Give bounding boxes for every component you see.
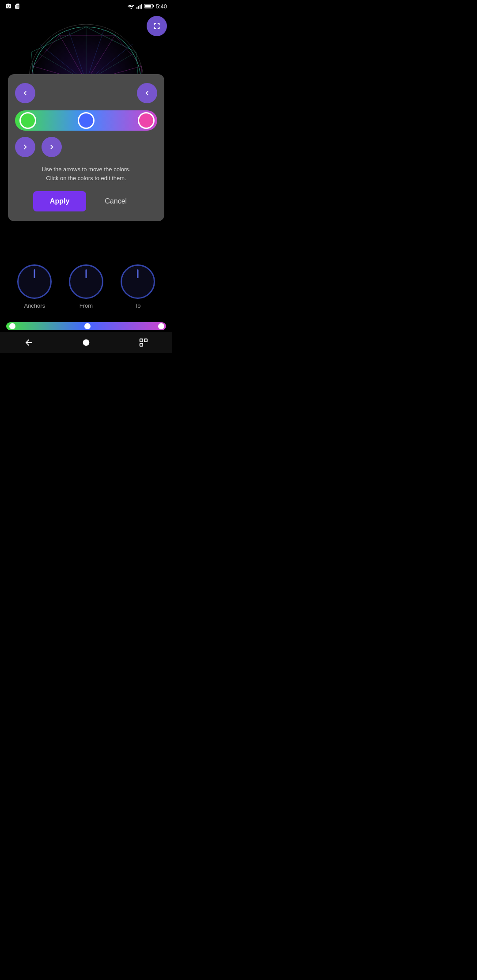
cancel-button[interactable]: Cancel (92, 191, 139, 211)
bottom-thumb-3[interactable] (158, 323, 164, 329)
color-arrows-row (15, 137, 157, 157)
svg-rect-7 (145, 5, 151, 8)
arrow-button-center[interactable] (42, 137, 62, 157)
nav-home-icon (81, 338, 91, 347)
status-bar: 5:40 (0, 0, 172, 12)
modal-dialog: Use the arrows to move the colors. Click… (8, 74, 164, 221)
bottom-controls: Anchors From To (0, 264, 172, 309)
fullscreen-button[interactable] (147, 16, 167, 36)
nav-recents-icon (139, 338, 148, 347)
svg-point-39 (83, 339, 90, 346)
svg-rect-42 (140, 343, 143, 346)
svg-rect-3 (138, 6, 139, 9)
to-label: To (135, 302, 141, 309)
slider-thumb-pink[interactable] (138, 112, 155, 129)
anchors-label: Anchors (24, 302, 45, 309)
slider-thumb-blue[interactable] (78, 112, 95, 129)
to-knob-indicator (137, 269, 138, 278)
bottom-thumb-2[interactable] (84, 323, 91, 329)
signal-icon (136, 4, 143, 9)
svg-rect-8 (153, 5, 154, 7)
to-knob[interactable] (121, 264, 155, 299)
wifi-icon (128, 4, 135, 9)
camera-icon (5, 3, 11, 9)
nav-back-icon (24, 338, 34, 347)
bottom-thumb-1[interactable] (9, 323, 15, 329)
nav-recents-button[interactable] (135, 334, 152, 351)
color-gradient-track[interactable] (15, 110, 157, 131)
svg-point-0 (8, 5, 10, 8)
fullscreen-icon (152, 21, 162, 31)
anchors-knob-indicator (34, 269, 35, 278)
arrow-button-left[interactable] (15, 137, 35, 157)
nav-back-button[interactable] (20, 334, 37, 351)
modal-back-button[interactable] (137, 83, 157, 103)
apply-button[interactable]: Apply (33, 191, 86, 211)
from-label: From (80, 302, 93, 309)
status-bar-left-icons (5, 3, 20, 9)
instruction-line-1: Use the arrows to move the colors. (15, 165, 157, 174)
svg-rect-41 (144, 339, 147, 342)
slider-thumb-green[interactable] (19, 112, 36, 129)
from-knob-item: From (69, 264, 103, 309)
status-bar-right: 5:40 (128, 3, 167, 10)
svg-rect-4 (140, 5, 140, 9)
anchors-knob-item: Anchors (17, 264, 52, 309)
svg-rect-40 (140, 339, 143, 342)
svg-rect-2 (136, 7, 137, 9)
battery-icon (144, 4, 154, 9)
to-knob-item: To (121, 264, 155, 309)
instruction-text: Use the arrows to move the colors. Click… (15, 165, 157, 182)
time-display: 5:40 (156, 3, 167, 10)
right-chevron-icon-1 (20, 142, 30, 152)
navigation-bar (0, 332, 172, 353)
color-slider-section[interactable] (15, 110, 157, 131)
modal-action-buttons: Apply Cancel (15, 191, 157, 211)
right-chevron-icon-2 (47, 142, 57, 152)
svg-point-1 (130, 8, 132, 9)
left-arrow-icon-2 (143, 89, 151, 98)
bottom-gradient-slider[interactable] (6, 322, 166, 330)
anchors-knob[interactable] (17, 264, 52, 299)
from-knob-indicator (85, 269, 87, 278)
svg-rect-5 (141, 4, 142, 8)
modal-top-arrows (15, 83, 157, 103)
nav-home-button[interactable] (78, 334, 95, 351)
left-arrow-icon (21, 89, 30, 98)
from-knob[interactable] (69, 264, 103, 299)
instruction-line-2: Click on the colors to edit them. (15, 174, 157, 183)
modal-prev-button[interactable] (15, 83, 35, 103)
sim-icon (14, 3, 20, 9)
